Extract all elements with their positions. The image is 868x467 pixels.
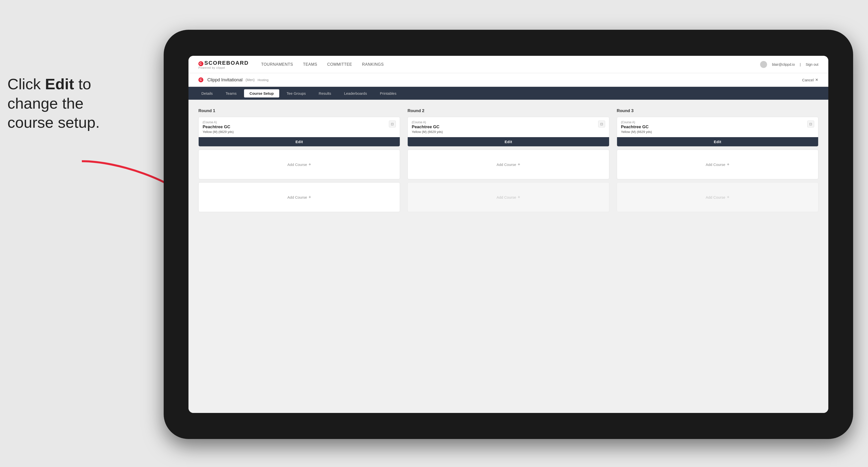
round-2-add-course-1[interactable]: Add Course +: [407, 150, 609, 179]
round-2-column: Round 2 (Course A) Peachtree GC Yellow (…: [407, 108, 609, 215]
round-3-course-info: (Course A) Peachtree GC Yellow (M) (6629…: [621, 121, 652, 137]
cancel-button[interactable]: Cancel ✕: [802, 77, 818, 82]
round-2-course-name: Peachtree GC: [412, 125, 443, 129]
round-1-course-name: Peachtree GC: [203, 125, 234, 129]
top-nav: CSCOREBOARD Powered by clippd TOURNAMENT…: [188, 56, 828, 73]
plus-icon-2: +: [309, 195, 311, 200]
user-avatar: [760, 61, 767, 68]
cancel-label: Cancel: [802, 78, 814, 82]
delete-icon-2: ⊡: [600, 122, 603, 126]
round-3-delete-button[interactable]: ⊡: [807, 121, 814, 127]
tab-printables[interactable]: Printables: [374, 89, 402, 97]
nav-committee[interactable]: COMMITTEE: [327, 62, 352, 67]
plus-icon-3: +: [518, 162, 520, 167]
round-1-course-details: Yellow (M) (6629 yds): [203, 130, 234, 134]
round-1-title: Round 1: [198, 108, 400, 113]
plus-icon-1: +: [309, 162, 311, 167]
round-3-edit-button[interactable]: Edit: [617, 137, 818, 146]
round-3-add-course-1[interactable]: Add Course +: [617, 150, 818, 179]
annotation-before: Click: [7, 75, 45, 93]
round-1-column: Round 1 (Course A) Peachtree GC Yellow (…: [198, 108, 400, 215]
user-email: blair@clippd.io: [772, 62, 795, 66]
tab-details[interactable]: Details: [196, 89, 218, 97]
round-1-add-course-1[interactable]: Add Course +: [198, 150, 400, 179]
annotation-bold: Edit: [45, 75, 74, 93]
nav-teams[interactable]: TEAMS: [303, 62, 317, 67]
round-1-edit-button[interactable]: Edit: [199, 137, 400, 146]
round-3-add-label-2: Add Course +: [706, 195, 730, 200]
plus-icon-4: +: [518, 195, 520, 200]
tablet-frame: CSCOREBOARD Powered by clippd TOURNAMENT…: [164, 30, 853, 439]
annotation-text: Click Edit tochange thecourse setup.: [7, 74, 102, 132]
round-1-delete-button[interactable]: ⊡: [389, 121, 396, 127]
round-2-add-label-2: Add Course +: [496, 195, 520, 200]
round-1-add-label-2: Add Course +: [287, 195, 311, 200]
tournament-logo-icon: C: [198, 77, 204, 82]
tournament-title: C Clippd Invitational (Men) Hosting: [198, 77, 269, 83]
round-1-course-card: (Course A) Peachtree GC Yellow (M) (6629…: [198, 117, 400, 147]
tab-leaderboards[interactable]: Leaderboards: [339, 89, 372, 97]
plus-icon-5: +: [727, 162, 730, 167]
round-3-title: Round 3: [617, 108, 818, 113]
round-2-course-info: (Course A) Peachtree GC Yellow (M) (6629…: [412, 121, 443, 137]
round-3-course-name: Peachtree GC: [621, 125, 652, 129]
tournament-bar: C Clippd Invitational (Men) Hosting Canc…: [188, 73, 828, 87]
tab-tee-groups[interactable]: Tee Groups: [281, 89, 311, 97]
round-2-edit-button[interactable]: Edit: [408, 137, 609, 146]
round-2-course-details: Yellow (M) (6629 yds): [412, 130, 443, 134]
delete-icon: ⊡: [391, 122, 394, 126]
round-3-course-label: (Course A): [621, 121, 652, 124]
round-1-add-label-1: Add Course +: [287, 162, 311, 167]
round-2-delete-button[interactable]: ⊡: [598, 121, 605, 127]
rounds-grid: Round 1 (Course A) Peachtree GC Yellow (…: [198, 108, 818, 215]
round-3-card-header: (Course A) Peachtree GC Yellow (M) (6629…: [621, 121, 814, 137]
round-2-add-course-2: Add Course +: [407, 182, 609, 212]
round-3-course-card: (Course A) Peachtree GC Yellow (M) (6629…: [617, 117, 818, 147]
round-3-add-course-2: Add Course +: [617, 182, 818, 212]
round-1-add-course-2[interactable]: Add Course +: [198, 182, 400, 212]
round-3-add-label-1: Add Course +: [706, 162, 730, 167]
round-1-card-header: (Course A) Peachtree GC Yellow (M) (6629…: [203, 121, 396, 137]
tournament-gender: (Men): [246, 78, 255, 82]
nav-right: blair@clippd.io | Sign out: [760, 61, 818, 68]
sign-out-link[interactable]: Sign out: [806, 62, 818, 66]
tab-course-setup[interactable]: Course Setup: [244, 89, 279, 97]
cancel-x-icon: ✕: [815, 77, 818, 82]
round-2-course-card: (Course A) Peachtree GC Yellow (M) (6629…: [407, 117, 609, 147]
round-2-card-header: (Course A) Peachtree GC Yellow (M) (6629…: [412, 121, 605, 137]
logo-c-icon: C: [198, 61, 204, 66]
round-2-course-label: (Course A): [412, 121, 443, 124]
logo-title: CSCOREBOARD: [198, 60, 249, 66]
plus-icon-6: +: [727, 195, 730, 200]
tournament-name: Clippd Invitational: [207, 77, 243, 83]
main-content: Round 1 (Course A) Peachtree GC Yellow (…: [188, 100, 828, 413]
round-1-course-info: (Course A) Peachtree GC Yellow (M) (6629…: [203, 121, 234, 137]
tab-teams[interactable]: Teams: [220, 89, 242, 97]
separator: |: [800, 62, 801, 66]
nav-links: TOURNAMENTS TEAMS COMMITTEE RANKINGS: [261, 62, 760, 67]
tablet-screen: CSCOREBOARD Powered by clippd TOURNAMENT…: [188, 56, 828, 413]
logo-subtitle: Powered by clippd: [198, 66, 249, 69]
delete-icon-3: ⊡: [809, 122, 812, 126]
round-1-course-label: (Course A): [203, 121, 234, 124]
hosting-badge: Hosting: [258, 78, 269, 82]
round-2-title: Round 2: [407, 108, 609, 113]
tab-results[interactable]: Results: [313, 89, 337, 97]
round-2-add-label-1: Add Course +: [496, 162, 520, 167]
logo-area: CSCOREBOARD Powered by clippd: [198, 60, 249, 69]
round-3-column: Round 3 (Course A) Peachtree GC Yellow (…: [617, 108, 818, 215]
nav-tournaments[interactable]: TOURNAMENTS: [261, 62, 293, 67]
round-3-course-details: Yellow (M) (6629 yds): [621, 130, 652, 134]
nav-rankings[interactable]: RANKINGS: [362, 62, 384, 67]
tab-bar: Details Teams Course Setup Tee Groups Re…: [188, 87, 828, 100]
